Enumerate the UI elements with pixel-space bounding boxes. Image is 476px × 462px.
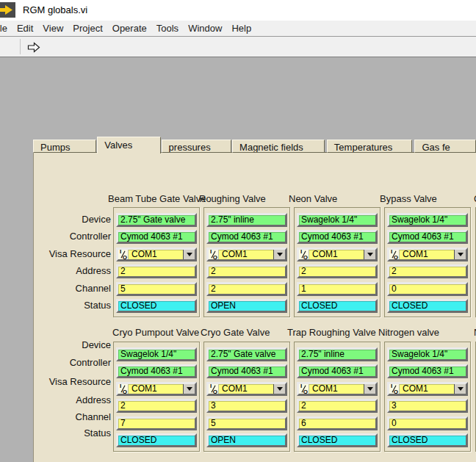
status-indicator: CLOSED	[116, 433, 197, 447]
visa-resource-combo[interactable]: IO COM1	[116, 382, 197, 396]
device-indicator: Swagelok 1/4"	[297, 213, 378, 227]
menu-view[interactable]: View	[43, 23, 63, 34]
channel-input[interactable]: 5	[206, 416, 287, 430]
status-indicator: CLOSED	[387, 433, 468, 447]
device-indicator: Swagelok 1/4"	[387, 213, 468, 227]
channel-input[interactable]: 5	[116, 282, 197, 296]
channel-input[interactable]: 7	[116, 416, 197, 430]
dropdown-button[interactable]	[183, 384, 195, 394]
valve-group-title: Trap Roughing Valve	[287, 327, 376, 338]
address-input[interactable]: 2	[297, 264, 378, 278]
controller-indicator: Cymod 4063 #1	[387, 230, 468, 244]
chevron-down-icon	[367, 253, 373, 256]
menu-file[interactable]: File	[0, 23, 7, 34]
menu-operate[interactable]: Operate	[112, 23, 147, 34]
tab-valves[interactable]: Valves	[97, 137, 160, 154]
field-label-device: Device	[43, 212, 111, 226]
menu-help[interactable]: Help	[231, 23, 251, 34]
dropdown-button[interactable]	[273, 384, 285, 394]
address-input[interactable]: 3	[387, 399, 468, 413]
dropdown-button[interactable]	[364, 384, 375, 394]
status-indicator: CLOSED	[116, 299, 197, 313]
channel-input[interactable]: 6	[297, 416, 378, 430]
field-label-address: Address	[43, 264, 111, 278]
menu-edit[interactable]: Edit	[17, 23, 33, 34]
valve-group-beam-tube-gate: 2.75" Gate valve Cymod 4063 #1 IO COM1 2…	[113, 207, 200, 317]
visa-resource-combo[interactable]: IO COM1	[297, 382, 378, 396]
field-label-controller: Controller	[43, 355, 111, 369]
visa-resource-combo[interactable]: IO COM1	[297, 248, 378, 261]
tab-control: Pumps Valves pressures Magnetic fields T…	[33, 137, 476, 462]
chevron-down-icon	[187, 253, 192, 256]
valve-group-title: Beam Tube Gate Valve	[108, 193, 206, 204]
menu-tools[interactable]: Tools	[156, 23, 178, 34]
toolbar	[0, 37, 476, 57]
status-indicator: OPEN	[206, 433, 287, 447]
toolbar-separator	[20, 39, 21, 54]
menu-project[interactable]: Project	[73, 23, 102, 34]
tab-temperatures[interactable]: Temperatures	[327, 140, 413, 153]
valve-group-nitrogen: Swagelok 1/4" Cymod 4063 #1 IO COM1 3 0 …	[384, 342, 471, 452]
dropdown-button[interactable]	[454, 384, 466, 394]
chevron-down-icon	[277, 387, 283, 391]
address-input[interactable]: 2	[387, 264, 468, 278]
visa-resource-combo[interactable]: IO COM1	[206, 248, 287, 261]
field-label-visa: Visa Resource	[43, 375, 111, 389]
controller-indicator: Cymod 4063 #1	[297, 364, 378, 378]
dropdown-button[interactable]	[364, 250, 375, 259]
chevron-down-icon	[458, 387, 464, 391]
field-label-status: Status	[43, 298, 111, 312]
controller-indicator: Cymod 4063 #1	[116, 364, 197, 378]
front-panel-background: Pumps Valves pressures Magnetic fields T…	[0, 57, 476, 462]
visa-resource-combo[interactable]: IO COM1	[387, 382, 468, 396]
visa-io-icon: IO	[209, 384, 219, 394]
tab-strip: Pumps Valves pressures Magnetic fields T…	[33, 137, 476, 153]
status-indicator: CLOSED	[387, 299, 468, 313]
tab-pumps[interactable]: Pumps	[33, 140, 96, 153]
channel-input[interactable]: 0	[387, 416, 468, 430]
tab-magnetic-fields[interactable]: Magnetic fields	[232, 140, 325, 153]
visa-io-icon: IO	[389, 384, 400, 394]
visa-io-icon: IO	[389, 250, 400, 259]
field-label-status: Status	[43, 426, 111, 440]
dropdown-button[interactable]	[183, 250, 195, 259]
menu-window[interactable]: Window	[188, 23, 222, 34]
tab-gas-feed[interactable]: Gas fe	[414, 140, 476, 153]
menu-bar: File Edit View Project Operate Tools Win…	[0, 21, 476, 36]
field-label-address: Address	[43, 393, 111, 407]
channel-input[interactable]: 1	[297, 282, 378, 296]
valve-group-bypass: Swagelok 1/4" Cymod 4063 #1 IO COM1 2 0 …	[384, 207, 471, 317]
visa-io-icon: IO	[299, 250, 309, 259]
valve-group-cryo-pumpout: Swagelok 1/4" Cymod 4063 #1 IO COM1 2 7 …	[113, 342, 200, 452]
chevron-down-icon	[458, 253, 464, 256]
visa-resource-combo[interactable]: IO COM1	[116, 248, 197, 261]
channel-input[interactable]: 2	[206, 282, 287, 296]
status-indicator: CLOSED	[297, 299, 378, 313]
address-input[interactable]: 3	[206, 399, 287, 413]
visa-io-icon: IO	[118, 250, 129, 259]
field-label-channel: Channel	[43, 410, 111, 424]
visa-resource-combo[interactable]: IO COM1	[387, 248, 468, 261]
field-label-channel: Channel	[43, 281, 111, 295]
dropdown-button[interactable]	[454, 250, 466, 259]
device-indicator: 2.75" Gate valve	[116, 213, 197, 227]
address-input[interactable]: 2	[116, 264, 197, 278]
status-indicator: OPEN	[206, 299, 287, 313]
dropdown-button[interactable]	[273, 250, 285, 259]
address-input[interactable]: 2	[116, 399, 197, 413]
valve-group-title: Cryo Gate Valve	[201, 327, 270, 338]
visa-resource-combo[interactable]: IO COM1	[206, 382, 287, 396]
tab-pressures[interactable]: pressures	[162, 140, 231, 153]
address-input[interactable]: 2	[297, 399, 378, 413]
device-indicator: 2.75" Gate valve	[206, 347, 287, 361]
window-titlebar: RGM globals.vi	[0, 0, 476, 21]
valve-group-cryo-gate: 2.75" Gate valve Cymod 4063 #1 IO COM1 3…	[203, 342, 290, 452]
visa-io-icon: IO	[299, 384, 309, 394]
run-button[interactable]	[26, 40, 41, 54]
valve-group-trap-roughing: 2.75" inline Cymod 4063 #1 IO COM1 2 6 C…	[294, 342, 381, 452]
address-input[interactable]: 2	[206, 264, 287, 278]
channel-input[interactable]: 0	[387, 282, 468, 296]
status-indicator: CLOSED	[297, 433, 378, 447]
valve-group-title: Cryo Pumpout Valve	[112, 327, 199, 338]
controller-indicator: Cymod 4063 #1	[206, 364, 287, 378]
